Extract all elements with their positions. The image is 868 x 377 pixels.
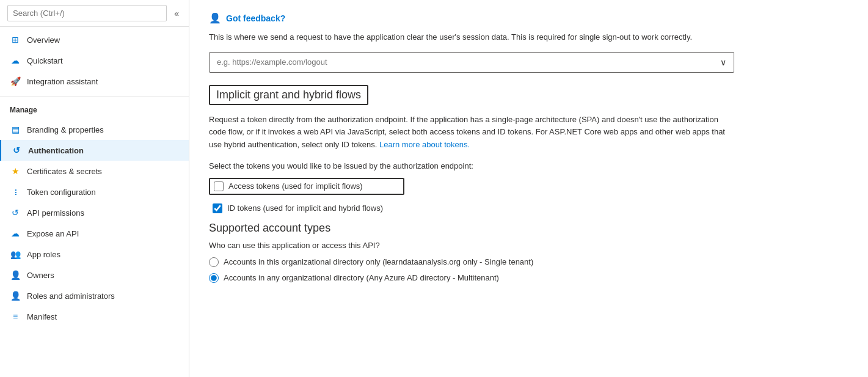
sidebar-item-label: Branding & properties xyxy=(27,125,104,134)
sidebar-item-certs[interactable]: ★ Certificates & secrets xyxy=(0,161,189,181)
single-tenant-row: Accounts in this organizational director… xyxy=(209,257,848,267)
branding-icon: ▤ xyxy=(10,124,21,135)
auth-icon: ↺ xyxy=(11,145,22,156)
logout-url-input-row: ∨ xyxy=(209,52,734,73)
sidebar-item-token[interactable]: ⫶ Token configuration xyxy=(0,181,189,202)
sidebar-item-label: Token configuration xyxy=(27,188,96,197)
sidebar-item-manifest[interactable]: ≡ Manifest xyxy=(0,306,189,327)
description-text: This is where we send a request to have … xyxy=(209,31,734,43)
main-content: 👤 Got feedback? This is where we send a … xyxy=(189,0,868,377)
supported-account-title: Supported account types xyxy=(209,222,848,235)
select-prompt: Select the tokens you would like to be i… xyxy=(209,161,848,170)
feedback-header: 👤 Got feedback? xyxy=(209,12,848,24)
access-tokens-label[interactable]: Access tokens (used for implicit flows) xyxy=(228,181,363,191)
quickstart-icon: ☁ xyxy=(10,55,21,66)
sidebar-item-authentication[interactable]: ↺ Authentication xyxy=(0,140,189,161)
multi-tenant-radio[interactable] xyxy=(209,273,219,283)
multi-tenant-row: Accounts in any organizational directory… xyxy=(209,273,848,283)
sidebar-item-owners[interactable]: 👤 Owners xyxy=(0,265,189,285)
token-icon: ⫶ xyxy=(10,186,21,197)
api-perm-icon: ↺ xyxy=(10,207,21,218)
learn-more-link[interactable]: Learn more about tokens. xyxy=(379,140,470,149)
certs-icon: ★ xyxy=(10,166,21,177)
sidebar-item-label: Certificates & secrets xyxy=(27,167,102,176)
access-tokens-row: Access tokens (used for implicit flows) xyxy=(209,178,404,195)
roles-admin-icon: 👤 xyxy=(10,290,21,301)
sidebar-item-label: Quickstart xyxy=(27,56,63,65)
top-nav-section: ⊞ Overview ☁ Quickstart 🚀 Integration as… xyxy=(0,27,189,94)
feedback-label: Got feedback? xyxy=(226,13,285,23)
implicit-grant-title: Implicit grant and hybrid flows xyxy=(216,89,361,101)
search-input[interactable] xyxy=(7,5,167,21)
manifest-icon: ≡ xyxy=(10,311,21,322)
multi-tenant-label[interactable]: Accounts in any organizational directory… xyxy=(224,273,499,282)
sidebar-item-label: API permissions xyxy=(27,208,84,218)
sidebar-item-api-perm[interactable]: ↺ API permissions xyxy=(0,202,189,223)
sidebar-item-label: Roles and administrators xyxy=(27,291,115,301)
sidebar: « ⊞ Overview ☁ Quickstart 🚀 Integration … xyxy=(0,0,189,377)
sidebar-item-branding[interactable]: ▤ Branding & properties xyxy=(0,119,189,140)
logout-url-input[interactable] xyxy=(210,53,713,71)
approles-icon: 👥 xyxy=(10,249,21,260)
chevron-down-icon: ∨ xyxy=(713,53,734,72)
id-tokens-row: ID tokens (used for implicit and hybrid … xyxy=(209,201,848,216)
id-tokens-label[interactable]: ID tokens (used for implicit and hybrid … xyxy=(227,203,383,213)
single-tenant-label[interactable]: Accounts in this organizational director… xyxy=(224,257,533,266)
manage-nav-section: ▤ Branding & properties ↺ Authentication… xyxy=(0,117,189,329)
collapse-button[interactable]: « xyxy=(172,7,181,20)
implicit-grant-section-box: Implicit grant and hybrid flows xyxy=(209,85,368,105)
search-bar: « xyxy=(0,0,189,27)
sidebar-item-label: App roles xyxy=(27,250,60,259)
radio-prompt: Who can use this application or access t… xyxy=(209,241,848,250)
sidebar-item-label: Integration assistant xyxy=(27,77,98,86)
single-tenant-radio[interactable] xyxy=(209,257,219,267)
sidebar-item-approles[interactable]: 👥 App roles xyxy=(0,244,189,265)
sidebar-item-roles-admin[interactable]: 👤 Roles and administrators xyxy=(0,285,189,306)
expose-icon: ☁ xyxy=(10,228,21,239)
sidebar-item-overview[interactable]: ⊞ Overview xyxy=(0,29,189,50)
owners-icon: 👤 xyxy=(10,269,21,280)
manage-label: Manage xyxy=(0,100,189,117)
sidebar-item-integration[interactable]: 🚀 Integration assistant xyxy=(0,71,189,92)
sidebar-item-expose[interactable]: ☁ Expose an API xyxy=(0,223,189,244)
sidebar-item-label: Authentication xyxy=(28,146,84,155)
overview-icon: ⊞ xyxy=(10,34,21,45)
sidebar-item-label: Owners xyxy=(27,271,54,280)
feedback-icon: 👤 xyxy=(209,12,221,24)
sidebar-item-label: Overview xyxy=(27,35,60,45)
access-tokens-checkbox[interactable] xyxy=(214,181,224,191)
implicit-grant-description: Request a token directly from the author… xyxy=(209,114,734,152)
sidebar-item-label: Manifest xyxy=(27,312,57,321)
sidebar-item-label: Expose an API xyxy=(27,229,79,238)
divider xyxy=(0,97,189,97)
sidebar-item-quickstart[interactable]: ☁ Quickstart xyxy=(0,50,189,71)
id-tokens-checkbox[interactable] xyxy=(213,203,222,213)
integration-icon: 🚀 xyxy=(10,76,21,87)
